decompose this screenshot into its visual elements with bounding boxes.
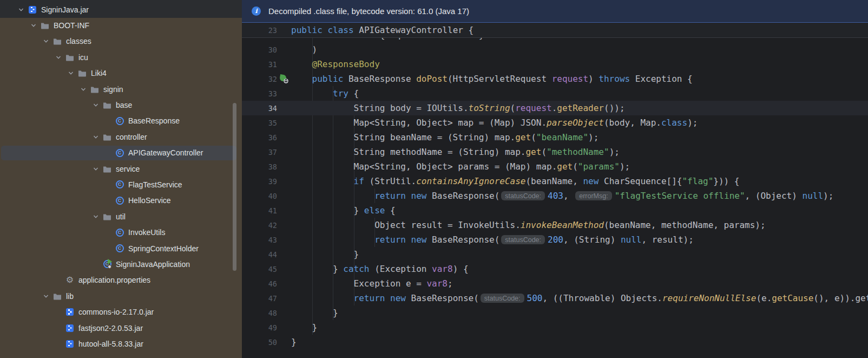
tree-item-hutool-all-5-8-33-jar[interactable]: hutool-all-5.8.33.jar — [0, 336, 242, 352]
java-class-icon: C — [115, 244, 124, 253]
tree-scrollbar-thumb[interactable] — [233, 103, 236, 271]
request-mapping-gutter-icon[interactable] — [277, 71, 291, 86]
tree-item-base[interactable]: base — [0, 97, 242, 113]
chevron-spacer — [52, 276, 65, 284]
tree-item-helloservice[interactable]: CHelloService — [0, 193, 242, 209]
chevron-down-icon[interactable] — [89, 133, 102, 141]
code-line-32[interactable]: 32 public BaseResponse doPost(HttpServle… — [242, 71, 868, 86]
code-line-clipped-29[interactable]: method = {RequestMethod.POST} — [242, 38, 868, 42]
code-text: Object result = InvokeUtils.invokeBeanMe… — [291, 220, 766, 230]
editor-pane[interactable]: i Decompiled .class file, bytecode versi… — [242, 0, 868, 358]
code-line-50[interactable]: 50} — [242, 335, 868, 349]
tree-item-signin[interactable]: signin — [0, 81, 242, 97]
tree-item-controller[interactable]: controller — [0, 129, 242, 145]
chevron-spacer — [52, 340, 65, 348]
tree-item-invokeutils[interactable]: CInvokeUtils — [0, 224, 242, 240]
code-line-34[interactable]: 34 String body = IOUtils.toString(reques… — [242, 101, 868, 115]
line-number: 35 — [242, 119, 277, 127]
tree-item-fastjson2-2-0-53-jar[interactable]: fastjson2-2.0.53.jar — [0, 320, 242, 336]
tree-item-springcontextholder[interactable]: CSpringContextHolder — [0, 240, 242, 256]
code-line-41[interactable]: 41 } else { — [242, 203, 868, 218]
tree-item-classes[interactable]: classes — [0, 34, 242, 49]
tree-item-lib[interactable]: lib — [0, 288, 242, 304]
spring-boot-application-icon: C — [102, 259, 112, 269]
tree-item-flagtestservice[interactable]: CFlagTestService — [0, 177, 242, 192]
tree-item-signinjava-jar[interactable]: SigninJava.jar — [0, 2, 242, 17]
code-text: String beanName = (String) map.get("bean… — [291, 132, 599, 142]
code-text: method = {RequestMethod.POST} — [291, 38, 484, 40]
tree-item-service[interactable]: service — [0, 161, 242, 177]
tree-item-icu[interactable]: icu — [0, 49, 242, 65]
tree-item-application-properties[interactable]: ⚙application.properties — [0, 272, 242, 288]
tree-item-label: SigninJava.jar — [41, 5, 89, 14]
tree-item-boot-inf[interactable]: BOOT-INF — [0, 17, 242, 33]
gutter — [277, 218, 291, 232]
tree-item-label: icu — [78, 53, 88, 62]
folder-icon — [52, 291, 62, 301]
chevron-down-icon[interactable] — [89, 101, 102, 109]
code-line-47[interactable]: 47 return new BaseResponse(statusCode:50… — [242, 291, 868, 305]
gutter — [277, 42, 291, 57]
folder-icon — [65, 53, 75, 62]
chevron-down-icon[interactable] — [27, 21, 40, 30]
gutter — [277, 174, 291, 188]
gutter — [277, 262, 291, 276]
chevron-down-icon[interactable] — [89, 212, 102, 221]
decompiled-file-banner: i Decompiled .class file, bytecode versi… — [242, 0, 868, 23]
code-line-sticky-23[interactable]: 23public class APIGatewayController { — [242, 23, 868, 37]
folder-icon — [77, 68, 87, 78]
code-line-39[interactable]: 39 if (StrUtil.containsAnyIgnoreCase(bea… — [242, 174, 868, 188]
code-line-36[interactable]: 36 String beanName = (String) map.get("b… — [242, 130, 868, 145]
tree-item-label: classes — [66, 37, 91, 45]
code-line-43[interactable]: 43 return new BaseResponse(statusCode:20… — [242, 232, 868, 247]
code-line-40[interactable]: 40 return new BaseResponse(statusCode:40… — [242, 188, 868, 203]
code-line-31[interactable]: 31 @ResponseBody — [242, 57, 868, 71]
code-line-48[interactable]: 48 } — [242, 305, 868, 320]
code-text: return new BaseResponse(statusCode:200, … — [291, 235, 694, 245]
code-line-46[interactable]: 46 Exception e = var8; — [242, 276, 868, 291]
code-line-33[interactable]: 33 try { — [242, 86, 868, 101]
chevron-down-icon[interactable] — [89, 165, 102, 173]
chevron-down-icon[interactable] — [15, 5, 28, 14]
line-number: 39 — [242, 177, 277, 186]
gutter — [277, 188, 291, 203]
code-line-38[interactable]: 38 Map<String, Object> params = (Map) ma… — [242, 159, 868, 174]
chevron-down-icon[interactable] — [40, 292, 52, 301]
jar-archive-icon — [65, 307, 75, 317]
code-editor[interactable]: 23public class APIGatewayController { me… — [242, 23, 868, 358]
code-line-44[interactable]: 44 } — [242, 247, 868, 262]
tree-item-commons-io-2-17-0-jar[interactable]: commons-io-2.17.0.jar — [0, 304, 242, 320]
code-text: ) — [291, 44, 317, 55]
gutter — [277, 57, 291, 71]
code-line-42[interactable]: 42 Object result = InvokeUtils.invokeBea… — [242, 218, 868, 232]
code-line-35[interactable]: 35 Map<String, Object> map = (Map) JSON.… — [242, 115, 868, 130]
banner-text: Decompiled .class file, bytecode version… — [268, 6, 469, 16]
line-number: 31 — [242, 60, 277, 69]
tree-item-liki4[interactable]: Liki4 — [0, 66, 242, 81]
ide-window: SigninJava.jarBOOT-INFclassesicuLiki4sig… — [0, 0, 868, 358]
tree-item-util[interactable]: util — [0, 209, 242, 224]
tree-item-label: base — [116, 101, 132, 109]
tree-item-apigatewaycontroller[interactable]: CAPIGatewayController — [0, 145, 242, 161]
code-line-30[interactable]: 30 ) — [242, 42, 868, 57]
tree-item-label: HelloService — [128, 196, 171, 205]
chevron-spacer — [102, 228, 115, 237]
code-line-49[interactable]: 49 } — [242, 320, 868, 335]
chevron-down-icon[interactable] — [52, 53, 65, 62]
chevron-down-icon[interactable] — [77, 85, 90, 94]
project-tree-panel[interactable]: SigninJava.jarBOOT-INFclassesicuLiki4sig… — [0, 0, 242, 358]
tree-item-label: lib — [66, 292, 74, 301]
code-line-45[interactable]: 45 } catch (Exception var8) { — [242, 262, 868, 276]
java-class-icon: C — [115, 180, 124, 190]
clipped-code-line: method = {RequestMethod.POST} — [242, 38, 868, 42]
code-line-37[interactable]: 37 String methodName = (String) map.get(… — [242, 145, 868, 159]
chevron-down-icon[interactable] — [40, 37, 52, 45]
gutter — [277, 291, 291, 305]
line-number: 37 — [242, 148, 277, 157]
tree-item-baseresponse[interactable]: CBaseResponse — [0, 113, 242, 129]
gutter — [277, 23, 291, 37]
chevron-spacer — [102, 148, 115, 157]
tree-item-signinjavaapplication[interactable]: CSigninJavaApplication — [0, 256, 242, 272]
chevron-down-icon[interactable] — [64, 69, 77, 77]
line-number: 44 — [242, 250, 277, 259]
